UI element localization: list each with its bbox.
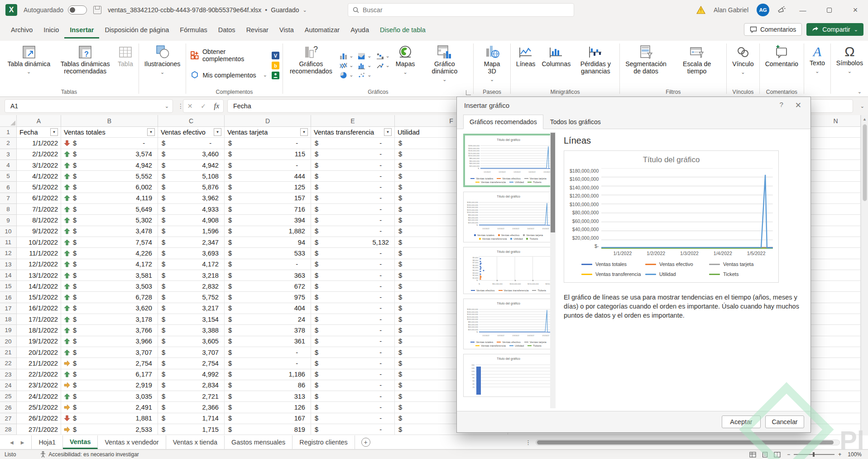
thumbnail-scrollbar[interactable] xyxy=(550,132,556,408)
cell-ventas-transferencia[interactable]: $- xyxy=(311,424,395,435)
cell-ventas-transferencia[interactable]: $- xyxy=(311,369,395,380)
waterfall-chart-button[interactable]: ⌄ xyxy=(376,53,390,60)
dialog-tab-todos-los-gráficos[interactable]: Todos los gráficos xyxy=(544,115,607,129)
symbols-button[interactable]: Ω Símbolos ⌄ xyxy=(833,43,866,75)
cell-ventas-totales[interactable]: $2,491 xyxy=(61,402,158,413)
text-button[interactable]: A Texto ⌄ xyxy=(806,43,828,75)
cell-ventas-tarjeta[interactable]: $533 xyxy=(225,248,311,259)
cell-fecha[interactable]: 19/1/2022 xyxy=(17,336,61,347)
header-cell-d[interactable]: Ventas tarjeta▼ xyxy=(225,127,311,138)
cell-fecha[interactable]: 3/1/2022 xyxy=(17,160,61,171)
cell-ventas-totales[interactable]: $3,178 xyxy=(61,314,158,325)
cell-fecha[interactable]: 26/1/2022 xyxy=(17,413,61,424)
cell-ventas-efectivo[interactable]: $5,876 xyxy=(158,182,225,193)
maps-button[interactable]: Mapas ⌄ xyxy=(393,43,418,76)
dialog-close-icon[interactable]: ✕ xyxy=(795,101,801,110)
cell-ventas-tarjeta[interactable]: $404 xyxy=(225,303,311,314)
cell-fecha[interactable]: 25/1/2022 xyxy=(17,402,61,413)
minimize-button[interactable]: — xyxy=(794,0,812,20)
maximize-button[interactable] xyxy=(820,0,838,20)
cell-ventas-totales[interactable]: $5,302 xyxy=(61,215,158,226)
link-button[interactable]: Vínculo ⌄ xyxy=(729,43,757,76)
collapse-ribbon-icon[interactable]: ⌄ xyxy=(858,89,862,95)
row-header-3[interactable]: 3 xyxy=(0,149,17,160)
cell-n[interactable] xyxy=(811,160,861,171)
row-header-12[interactable]: 12 xyxy=(0,248,17,259)
cell-n[interactable] xyxy=(811,369,861,380)
cell-ventas-efectivo[interactable]: $2,754 xyxy=(158,358,225,369)
cell-n[interactable] xyxy=(811,380,861,391)
cell-ventas-transferencia[interactable]: $- xyxy=(311,226,395,237)
bing-maps-app-icon[interactable]: b xyxy=(272,62,279,69)
cell-fecha[interactable]: 9/1/2022 xyxy=(17,226,61,237)
cell-ventas-transferencia[interactable]: $- xyxy=(311,303,395,314)
cell-ventas-transferencia[interactable]: $- xyxy=(311,160,395,171)
cell-ventas-transferencia[interactable]: $- xyxy=(311,347,395,358)
cell-ventas-totales[interactable]: $5,649 xyxy=(61,204,158,215)
cell-n[interactable] xyxy=(811,149,861,160)
row-header-24[interactable]: 24 xyxy=(0,380,17,391)
histogram-chart-button[interactable]: ⌄ xyxy=(358,62,371,69)
row-header-1[interactable]: 1 xyxy=(0,127,17,138)
ribbon-tab-contextual[interactable]: Diseño de tabla xyxy=(374,22,431,39)
cell-n[interactable] xyxy=(811,347,861,358)
cell-ventas-tarjeta[interactable]: $363 xyxy=(225,270,311,281)
column-chart-button[interactable]: ⌄ xyxy=(340,53,353,60)
illustrations-button[interactable]: Ilustraciones ⌄ xyxy=(141,43,184,76)
visio-app-icon[interactable]: V xyxy=(272,52,279,59)
cancel-entry-icon[interactable]: ✕ xyxy=(187,102,193,110)
charts-dialog-launcher[interactable] xyxy=(466,90,471,95)
cell-ventas-totales[interactable]: $3,707 xyxy=(61,347,158,358)
cell-ventas-tarjeta[interactable]: $- xyxy=(225,358,311,369)
accessibility-status[interactable]: Accesibilidad: es necesario investigar xyxy=(48,451,139,458)
cell-ventas-totales[interactable]: $2,919 xyxy=(61,380,158,391)
document-title[interactable]: ventas_38342120-ccbb-4443-97d8-90b55379e… xyxy=(108,6,261,14)
cell-fecha[interactable]: 17/1/2022 xyxy=(17,314,61,325)
cell-ventas-efectivo[interactable]: $3,707 xyxy=(158,347,225,358)
cell-ventas-tarjeta[interactable]: $125 xyxy=(225,182,311,193)
column-header-E[interactable]: E xyxy=(311,115,395,127)
cell-fecha[interactable]: 22/1/2022 xyxy=(17,369,61,380)
cell-ventas-transferencia[interactable]: $- xyxy=(311,391,395,402)
cell-ventas-totales[interactable]: $3,581 xyxy=(61,270,158,281)
cell-ventas-transferencia[interactable]: $- xyxy=(311,358,395,369)
cell-ventas-tarjeta[interactable]: $86 xyxy=(225,380,311,391)
people-graph-app-icon[interactable] xyxy=(272,72,279,79)
filter-button[interactable]: ▼ xyxy=(147,128,155,136)
help-icon[interactable]: ? xyxy=(779,101,783,110)
cell-fecha[interactable]: 10/1/2022 xyxy=(17,237,61,248)
sheet-tab-hoja1[interactable]: Hoja1 xyxy=(31,435,63,449)
ribbon-tab-datos[interactable]: Datos xyxy=(213,22,241,39)
cell-ventas-tarjeta[interactable]: $716 xyxy=(225,204,311,215)
cell-ventas-totales[interactable]: $- xyxy=(61,138,158,149)
cell-ventas-tarjeta[interactable]: $1,882 xyxy=(225,226,311,237)
cell-fecha[interactable]: 6/1/2022 xyxy=(17,193,61,204)
sparkline-column-button[interactable]: Columnas xyxy=(538,43,574,69)
cell-fecha[interactable]: 16/1/2022 xyxy=(17,303,61,314)
cell-ventas-totales[interactable]: $3,035 xyxy=(61,391,158,402)
select-all-corner[interactable] xyxy=(0,115,17,127)
cell-ventas-tarjeta[interactable]: $126 xyxy=(225,402,311,413)
cell-ventas-efectivo[interactable]: $2,834 xyxy=(158,380,225,391)
filter-button[interactable]: ▼ xyxy=(300,128,308,136)
row-header-19[interactable]: 19 xyxy=(0,325,17,336)
cell-n[interactable] xyxy=(811,237,861,248)
cell-ventas-transferencia[interactable]: $- xyxy=(311,270,395,281)
line-chart-button[interactable]: ⌄ xyxy=(340,62,353,69)
cell-fecha[interactable]: 27/1/2022 xyxy=(17,424,61,435)
cell-ventas-efectivo[interactable]: $- xyxy=(158,138,225,149)
cell-ventas-tarjeta[interactable]: $157 xyxy=(225,193,311,204)
row-header-22[interactable]: 22 xyxy=(0,358,17,369)
cell-ventas-tarjeta[interactable]: $24 xyxy=(225,314,311,325)
ribbon-tab-insertar[interactable]: Insertar xyxy=(64,22,99,39)
cell-ventas-transferencia[interactable]: $- xyxy=(311,259,395,270)
row-header-20[interactable]: 20 xyxy=(0,336,17,347)
column-header-N[interactable]: N xyxy=(811,115,861,127)
cell-ventas-tarjeta[interactable]: $394 xyxy=(225,215,311,226)
cell-ventas-tarjeta[interactable]: $672 xyxy=(225,281,311,292)
row-header-28[interactable]: 28 xyxy=(0,424,17,435)
name-box[interactable]: A1 ⌄ xyxy=(5,99,173,113)
my-addins-button[interactable]: Mis complementos ⌄ xyxy=(188,68,269,82)
accept-button[interactable]: Aceptar xyxy=(722,416,761,428)
cancel-button[interactable]: Cancelar xyxy=(765,416,804,428)
